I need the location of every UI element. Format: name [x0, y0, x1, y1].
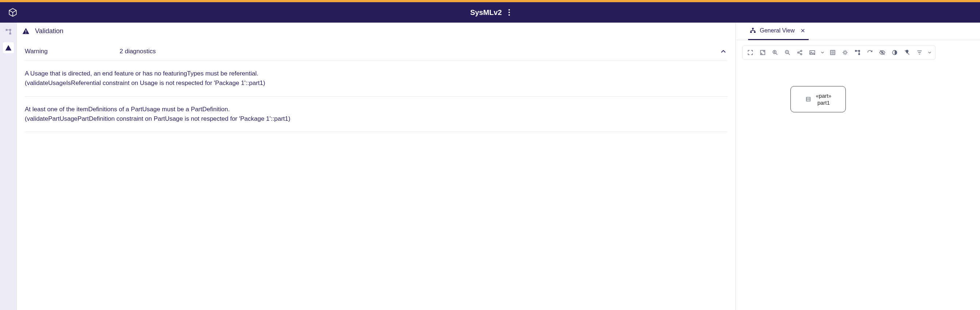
diagram-node-part[interactable]: «part» part1: [791, 86, 846, 112]
diagnostic-text-line2: (validatePartUsagePartDefinition constra…: [25, 114, 727, 124]
redo-icon[interactable]: [864, 47, 875, 58]
left-rail: [0, 22, 17, 310]
diagnostic-item[interactable]: At least one of the itemDefinitions of a…: [25, 97, 727, 132]
validation-tab-icon[interactable]: [3, 42, 14, 53]
validation-title: Validation: [35, 27, 64, 35]
cube-icon: [8, 8, 18, 17]
svg-rect-12: [751, 30, 751, 32]
tab-general-view[interactable]: General View: [748, 22, 809, 40]
svg-rect-27: [859, 51, 860, 54]
node-text: «part» part1: [816, 92, 832, 107]
svg-rect-11: [751, 30, 755, 31]
diagnostic-text-line1: A Usage that is directed, an end feature…: [25, 69, 727, 78]
svg-rect-7: [752, 28, 754, 30]
part-icon: [805, 96, 811, 102]
hierarchy-icon: [749, 27, 756, 34]
close-icon[interactable]: [799, 28, 807, 33]
pin-off-icon[interactable]: [902, 47, 913, 58]
layout-icon[interactable]: [852, 47, 863, 58]
diagnostics-count: 2 diagnostics: [119, 48, 719, 55]
tree-icon[interactable]: [3, 26, 14, 37]
zoom-out-icon[interactable]: [782, 47, 793, 58]
svg-rect-22: [830, 50, 835, 55]
share-icon[interactable]: [794, 47, 805, 58]
node-name: part1: [816, 99, 832, 107]
svg-rect-6: [25, 33, 26, 33]
zoom-in-icon[interactable]: [770, 47, 781, 58]
diagram-toolbar: [742, 45, 935, 60]
snap-icon[interactable]: [840, 47, 851, 58]
chevron-down-icon[interactable]: [926, 47, 933, 58]
svg-rect-30: [806, 97, 810, 102]
diagram-panel: General View: [736, 22, 980, 310]
chevron-down-icon[interactable]: [819, 47, 826, 58]
warning-label: Warning: [25, 48, 119, 55]
svg-rect-4: [10, 31, 11, 33]
fullscreen-icon[interactable]: [757, 47, 768, 58]
diagnostic-text-line2: (validateUsageIsReferential constraint o…: [25, 78, 727, 88]
visibility-off-icon[interactable]: [877, 47, 888, 58]
svg-rect-5: [25, 30, 26, 32]
grid-icon[interactable]: [827, 47, 838, 58]
app-title: SysMLv2: [470, 8, 502, 17]
warning-summary-row[interactable]: Warning 2 diagnostics: [25, 44, 727, 61]
chevron-up-icon[interactable]: [719, 48, 727, 56]
svg-rect-3: [7, 30, 10, 30]
tabs-bar: General View: [736, 22, 980, 40]
node-stereotype: «part»: [816, 92, 832, 100]
warning-triangle-icon: [22, 27, 30, 35]
diagnostic-text-line1: At least one of the itemDefinitions of a…: [25, 105, 727, 114]
filter-icon[interactable]: [914, 47, 925, 58]
svg-rect-13: [755, 30, 756, 32]
validation-header: Validation: [17, 22, 735, 37]
diagnostic-item[interactable]: A Usage that is directed, an end feature…: [25, 61, 727, 97]
contrast-icon[interactable]: [889, 47, 900, 58]
fit-screen-icon[interactable]: [745, 47, 756, 58]
svg-rect-26: [856, 51, 859, 51]
image-icon[interactable]: [807, 47, 818, 58]
diagram-canvas[interactable]: «part» part1: [736, 60, 980, 310]
app-bar: SysMLv2: [0, 2, 980, 22]
validation-panel: Validation Warning 2 diagnostics A Usage…: [17, 22, 736, 310]
svg-rect-0: [5, 29, 7, 31]
main-area: Validation Warning 2 diagnostics A Usage…: [0, 22, 980, 310]
more-menu-icon[interactable]: [508, 9, 510, 16]
tab-label: General View: [760, 27, 795, 34]
